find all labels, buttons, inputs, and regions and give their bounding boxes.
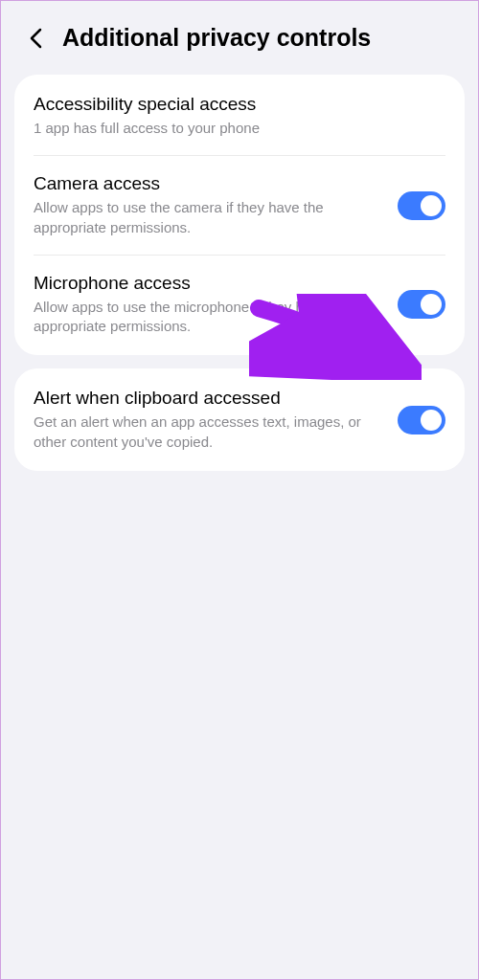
settings-group-1: Accessibility special access 1 app has f… [14,75,465,355]
microphone-toggle[interactable] [398,290,445,319]
row-title: Accessibility special access [34,94,434,115]
row-description: Allow apps to use the microphone if they… [34,298,386,337]
toggle-knob [421,195,442,216]
row-description: Allow apps to use the camera if they hav… [34,198,386,237]
row-description: Get an alert when an app accesses text, … [34,412,386,452]
row-accessibility[interactable]: Accessibility special access 1 app has f… [14,77,465,155]
chevron-left-icon [29,28,42,49]
row-title: Camera access [34,173,386,194]
row-body: Accessibility special access 1 app has f… [34,94,445,138]
toggle-knob [421,294,442,315]
page-title: Additional privacy controls [62,24,371,52]
page-header: Additional privacy controls [1,1,478,69]
row-body: Microphone access Allow apps to use the … [34,273,398,337]
toggle-knob [421,410,442,431]
row-title: Alert when clipboard accessed [34,388,386,409]
camera-toggle[interactable] [398,191,445,220]
row-camera[interactable]: Camera access Allow apps to use the came… [14,156,465,255]
back-button[interactable] [24,27,47,50]
row-description: 1 app has full access to your phone [34,119,434,138]
row-title: Microphone access [34,273,386,294]
row-microphone[interactable]: Microphone access Allow apps to use the … [14,256,465,354]
row-clipboard[interactable]: Alert when clipboard accessed Get an ale… [14,370,465,469]
clipboard-toggle[interactable] [398,406,445,434]
row-body: Alert when clipboard accessed Get an ale… [34,388,398,452]
row-body: Camera access Allow apps to use the came… [34,173,398,237]
settings-group-2: Alert when clipboard accessed Get an ale… [14,368,465,471]
